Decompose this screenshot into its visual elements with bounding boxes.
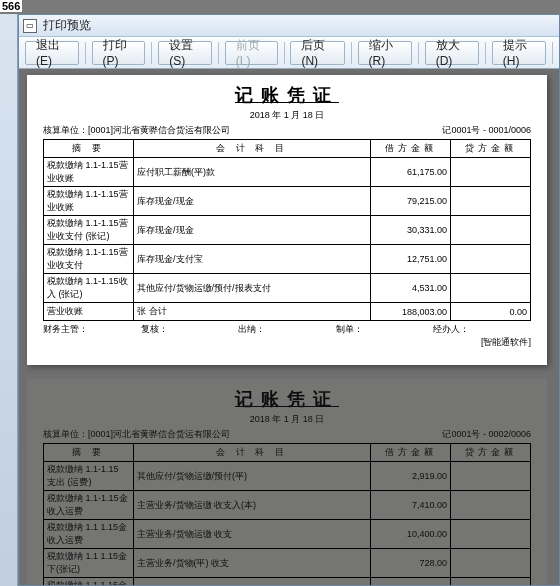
separator [418,42,419,64]
separator [552,42,553,64]
col-subject: 会 计 科 目 [134,444,371,462]
coord-label: 566 [0,0,22,12]
voucher-number: 记0001号 - 0002/0006 [442,428,531,441]
voucher-footer: 财务主管： 复核： 出纳： 制单： 经办人： [43,323,531,336]
separator [351,42,352,64]
hint-button[interactable]: 提示(H) [492,41,546,65]
table-row: 税款缴纳 1.1-1.15金收入运费主营业务/货物运缴 收支入(本)7,410.… [44,491,531,520]
voucher-table: 摘 要 会 计 科 目 借方金额 贷方金额 税款缴纳 1.1-1.15营业收账应… [43,139,531,321]
voucher-date: 2018 年 1 月 18 日 [43,413,531,426]
col-debit: 借方金额 [371,444,451,462]
window-icon: ▭ [23,19,37,33]
prev-page-button[interactable]: 前页(L) [225,41,278,65]
col-summary: 摘 要 [44,140,134,158]
voucher-date: 2018 年 1 月 18 日 [43,109,531,122]
separator [85,42,86,64]
print-button[interactable]: 打印(P) [92,41,146,65]
next-page-button[interactable]: 后页(N) [290,41,344,65]
table-row-total: 营业收账张 合计188,003.000.00 [44,303,531,321]
col-subject: 会 计 科 目 [134,140,371,158]
print-preview-window: ▭ 打印预览 退出(E) 打印(P) 设置(S) 前页(L) 后页(N) 缩小(… [18,14,560,586]
voucher-title: 记账凭证 [43,83,531,107]
table-row: 税款缴纳 1.1-1.15 支出 (运费)其他应付/货物运缴/预付(平)2,91… [44,462,531,491]
table-row: 税款缴纳 1.1-1.15营业收账库存现金/现金79,215.00 [44,187,531,216]
voucher-page-1: 记账凭证 2018 年 1 月 18 日 核算单位：[0001]河北省黄骅信合货… [27,75,547,365]
voucher-page-2: 记账凭证 2018 年 1 月 18 日 核算单位：[0001]河北省黄骅信合货… [27,379,547,585]
sidebar-strip [0,14,18,586]
software-stamp: [智能通软件] [43,336,531,349]
window-title: 打印预览 [43,17,91,34]
col-credit: 贷方金额 [451,140,531,158]
exit-button[interactable]: 退出(E) [25,41,79,65]
separator [284,42,285,64]
separator [218,42,219,64]
preview-canvas[interactable]: 记账凭证 2018 年 1 月 18 日 核算单位：[0001]河北省黄骅信合货… [19,69,559,585]
table-row: 税款缴纳 1.1-1.15营业收账应付职工薪酬(平)款61,175.00 [44,158,531,187]
voucher-table: 摘 要 会 计 科 目 借方金额 贷方金额 税款缴纳 1.1-1.15 支出 (… [43,443,531,585]
table-row: 税款缴纳 1.1 1.15金收入运费主营业务/货物运缴 收支10,400.00 [44,520,531,549]
toolbar: 退出(E) 打印(P) 设置(S) 前页(L) 后页(N) 缩小(R) 放大(D… [19,37,559,69]
table-row: 税款缴纳 1.1-1.15营业收支付库存现金/支付宝12,751.00 [44,245,531,274]
table-row: 税款缴纳 1.1-1.15收入 (张记)其他应付/货物运缴/预付/报表支付4,5… [44,274,531,303]
col-debit: 借方金额 [371,140,451,158]
voucher-org: 核算单位：[0001]河北省黄骅信合货运有限公司 [43,428,230,441]
setup-button[interactable]: 设置(S) [158,41,212,65]
table-row: 税款缴纳 1.1 1.15金 下(张记)主营业务/货物(平) 收支728.00 [44,549,531,578]
voucher-org: 核算单位：[0001]河北省黄骅信合货运有限公司 [43,124,230,137]
titlebar: ▭ 打印预览 [19,15,559,37]
zoom-in-button[interactable]: 放大(D) [425,41,479,65]
table-row: 税款缴纳 1.1-1.15营业收支付 (张记)库存现金/现金30,331.00 [44,216,531,245]
zoom-out-button[interactable]: 缩小(R) [358,41,412,65]
separator [151,42,152,64]
col-summary: 摘 要 [44,444,134,462]
table-row: 税款缴纳 1.1 1.15金 下(张记)主营业务/货 支付费费235.00 [44,578,531,586]
voucher-title: 记账凭证 [43,387,531,411]
col-credit: 贷方金额 [451,444,531,462]
separator [485,42,486,64]
voucher-number: 记0001号 - 0001/0006 [442,124,531,137]
